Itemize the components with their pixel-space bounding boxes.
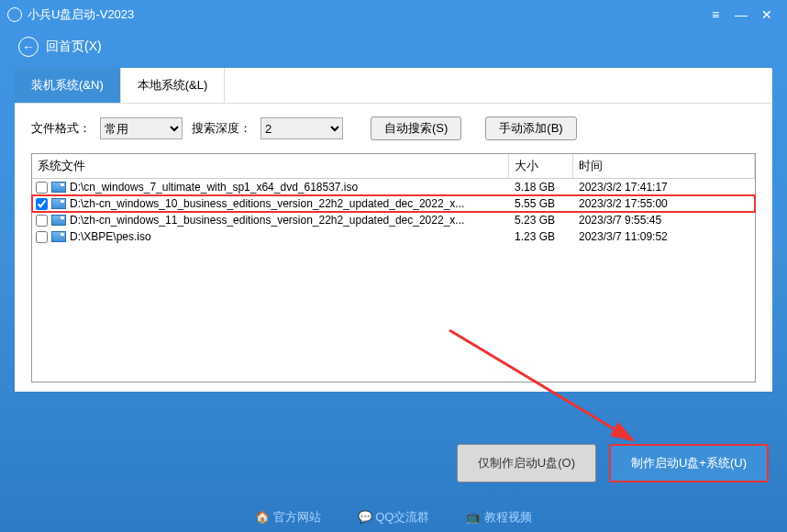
back-row: ← 回首页(X): [0, 29, 787, 68]
tab-local[interactable]: 本地系统(&L): [121, 68, 226, 103]
disk-icon: [51, 231, 66, 242]
disk-icon: [51, 198, 66, 209]
tabs: 装机系统(&N) 本地系统(&L): [15, 68, 772, 104]
row-path: D:\zh-cn_windows_10_business_editions_ve…: [70, 197, 464, 210]
table-row[interactable]: D:\zh-cn_windows_10_business_editions_ve…: [32, 195, 755, 212]
footer: 🏠 官方网站 💬 QQ交流群 📺 教程视频: [0, 503, 787, 532]
app-logo-icon: [7, 7, 22, 22]
bottom-buttons: 仅制作启动U盘(O) 制作启动U盘+系统(U): [457, 444, 769, 482]
disk-icon: [51, 215, 66, 226]
auto-search-button[interactable]: 自动搜索(S): [371, 116, 461, 140]
menu-icon[interactable]: ≡: [703, 7, 728, 22]
disk-icon: [51, 182, 66, 193]
file-format-select[interactable]: 常用: [100, 117, 183, 139]
back-label[interactable]: 回首页(X): [46, 39, 102, 55]
file-format-label: 文件格式：: [31, 120, 91, 137]
row-time: 2023/3/7 9:55:45: [573, 214, 755, 227]
row-checkbox[interactable]: [36, 198, 48, 210]
row-time: 2023/3/2 17:55:00: [573, 197, 755, 210]
app-title: 小兵U盘启动-V2023: [28, 6, 703, 23]
table-header: 系统文件 大小 时间: [32, 154, 755, 179]
minimize-button[interactable]: —: [728, 7, 754, 22]
titlebar: 小兵U盘启动-V2023 ≡ — ✕: [0, 0, 787, 29]
row-checkbox[interactable]: [36, 231, 48, 243]
row-time: 2023/3/7 11:09:52: [573, 230, 755, 243]
footer-qq[interactable]: 💬 QQ交流群: [358, 509, 430, 526]
back-arrow-icon[interactable]: ←: [18, 37, 39, 57]
th-time[interactable]: 时间: [573, 154, 755, 178]
footer-video[interactable]: 📺 教程视频: [466, 509, 532, 526]
row-checkbox[interactable]: [36, 182, 48, 194]
row-path: D:\cn_windows_7_ultimate_with_sp1_x64_dv…: [70, 181, 358, 194]
tab-install[interactable]: 装机系统(&N): [15, 68, 121, 103]
usb-sys-button[interactable]: 制作启动U盘+系统(U): [609, 444, 769, 482]
close-button[interactable]: ✕: [754, 7, 780, 22]
row-path: D:\zh-cn_windows_11_business_editions_ve…: [70, 214, 464, 227]
controls-row: 文件格式： 常用 搜索深度： 2 自动搜索(S) 手动添加(B): [15, 104, 772, 153]
row-size: 1.23 GB: [509, 230, 573, 243]
th-name[interactable]: 系统文件: [32, 154, 509, 178]
th-size[interactable]: 大小: [509, 154, 573, 178]
only-usb-button[interactable]: 仅制作启动U盘(O): [457, 444, 596, 482]
row-size: 3.18 GB: [509, 181, 573, 194]
footer-site[interactable]: 🏠 官方网站: [255, 509, 321, 526]
row-path: D:\XBPE\pes.iso: [70, 230, 151, 243]
table-row[interactable]: D:\XBPE\pes.iso1.23 GB2023/3/7 11:09:52: [32, 228, 755, 245]
manual-add-button[interactable]: 手动添加(B): [485, 116, 576, 140]
main-panel: 装机系统(&N) 本地系统(&L) 文件格式： 常用 搜索深度： 2 自动搜索(…: [15, 68, 772, 392]
table-row[interactable]: D:\cn_windows_7_ultimate_with_sp1_x64_dv…: [32, 179, 755, 195]
table-body: D:\cn_windows_7_ultimate_with_sp1_x64_dv…: [32, 179, 755, 245]
row-size: 5.55 GB: [509, 197, 573, 210]
depth-select[interactable]: 2: [260, 117, 343, 139]
depth-label: 搜索深度：: [192, 120, 251, 137]
row-time: 2023/3/2 17:41:17: [573, 181, 755, 194]
row-checkbox[interactable]: [36, 215, 48, 227]
table-row[interactable]: D:\zh-cn_windows_11_business_editions_ve…: [32, 212, 755, 228]
row-size: 5.23 GB: [509, 214, 573, 227]
file-table: 系统文件 大小 时间 D:\cn_windows_7_ultimate_with…: [31, 153, 756, 382]
